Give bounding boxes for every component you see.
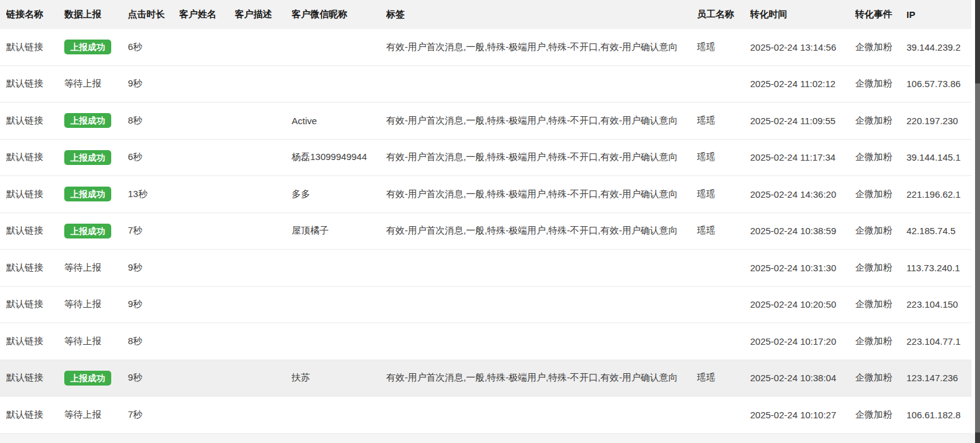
column-header-customer-name: 客户姓名 xyxy=(179,9,235,20)
scrollbar-thumb[interactable] xyxy=(975,83,980,432)
cell-report-status: 上报成功 xyxy=(64,113,128,128)
cell-tags: 有效-用户首次消息,一般,特殊-极端用户,特殊-不开口,有效-用户确认意向 xyxy=(386,151,697,163)
cell-wechat-nickname: 多多 xyxy=(292,188,386,200)
table-row[interactable]: 默认链接 等待上报 9秒 2025-02-24 10:20:50 企微加粉 22… xyxy=(0,287,971,324)
report-status-badge: 等待上报 xyxy=(64,78,101,88)
cell-link-name: 默认链接 xyxy=(6,188,64,200)
report-status-badge: 上报成功 xyxy=(64,113,111,128)
cell-employee-name: 瑶瑶 xyxy=(697,115,750,127)
cell-conversion-event: 企微加粉 xyxy=(855,409,906,421)
table-row[interactable]: 默认链接 上报成功 6秒 杨磊13099949944 有效-用户首次消息,一般,… xyxy=(0,140,971,177)
cell-report-status: 上报成功 xyxy=(64,187,128,201)
column-header-click-duration: 点击时长 xyxy=(128,9,179,20)
cell-conversion-event: 企微加粉 xyxy=(855,298,906,310)
cell-link-name: 默认链接 xyxy=(6,262,64,274)
cell-ip: 223.104.77.1 xyxy=(906,336,971,347)
table-row[interactable]: 默认链接 等待上报 9秒 2025-02-24 10:31:30 企微加粉 11… xyxy=(0,250,971,287)
cell-report-status: 等待上报 xyxy=(64,335,128,347)
cell-link-name: 默认链接 xyxy=(6,151,64,163)
cell-wechat-nickname: Active xyxy=(292,116,386,126)
cell-conversion-event: 企微加粉 xyxy=(855,41,906,53)
cell-conversion-event: 企微加粉 xyxy=(855,115,906,127)
cell-click-duration: 7秒 xyxy=(128,225,179,237)
report-status-badge: 上报成功 xyxy=(64,187,111,201)
cell-conversion-event: 企微加粉 xyxy=(855,225,906,237)
cell-ip: 220.197.230 xyxy=(906,116,971,126)
cell-conversion-event: 企微加粉 xyxy=(855,188,906,200)
cell-tags: 有效-用户首次消息,一般,特殊-极端用户,特殊-不开口,有效-用户确认意向 xyxy=(386,225,697,237)
cell-ip: 106.57.73.86 xyxy=(906,78,971,89)
table-row[interactable]: 默认链接 上报成功 9秒 扶苏 有效-用户首次消息,一般,特殊-极端用户,特殊-… xyxy=(0,360,971,397)
cell-click-duration: 9秒 xyxy=(128,298,179,310)
report-status-badge: 上报成功 xyxy=(64,371,111,386)
table-row[interactable]: 默认链接 上报成功 7秒 屋顶橘子 有效-用户首次消息,一般,特殊-极端用户,特… xyxy=(0,213,971,250)
cell-conversion-event: 企微加粉 xyxy=(855,151,906,163)
records-table: 链接名称 数据上报 点击时长 客户姓名 客户描述 客户微信昵称 标签 员工名称 … xyxy=(0,0,971,443)
cell-employee-name: 瑶瑶 xyxy=(697,225,750,237)
cell-wechat-nickname: 屋顶橘子 xyxy=(292,225,386,237)
table-row[interactable]: 默认链接 等待上报 9秒 2025-02-24 11:02:12 企微加粉 10… xyxy=(0,66,971,103)
cell-click-duration: 9秒 xyxy=(128,262,179,274)
cell-click-duration: 8秒 xyxy=(128,335,179,347)
cell-link-name: 默认链接 xyxy=(6,115,64,127)
cell-click-duration: 6秒 xyxy=(128,41,179,53)
cell-tags: 有效-用户首次消息,一般,特殊-极端用户,特殊-不开口,有效-用户确认意向 xyxy=(386,188,697,200)
table-footer-strip xyxy=(0,434,975,443)
cell-wechat-nickname: 扶苏 xyxy=(292,372,386,384)
cell-report-status: 等待上报 xyxy=(64,78,128,90)
cell-ip: 106.61.182.8 xyxy=(906,410,971,420)
table-row[interactable]: 默认链接 等待上报 8秒 2025-02-24 10:17:20 企微加粉 22… xyxy=(0,323,971,360)
cell-ip: 223.104.150 xyxy=(906,299,971,310)
cell-employee-name: 瑶瑶 xyxy=(697,372,750,384)
cell-report-status: 等待上报 xyxy=(64,298,128,310)
cell-report-status: 等待上报 xyxy=(64,409,128,421)
cell-ip: 39.144.145.1 xyxy=(906,152,971,162)
column-header-link-name: 链接名称 xyxy=(6,9,64,20)
cell-click-duration: 13秒 xyxy=(128,188,179,200)
cell-ip: 123.147.236 xyxy=(906,373,971,383)
table-row[interactable]: 默认链接 等待上报 7秒 2025-02-24 10:10:27 企微加粉 10… xyxy=(0,397,971,434)
table-body: 默认链接 上报成功 6秒 有效-用户首次消息,一般,特殊-极端用户,特殊-不开口… xyxy=(0,29,971,434)
vertical-scrollbar xyxy=(975,0,980,443)
cell-conversion-event: 企微加粉 xyxy=(855,262,906,274)
cell-click-duration: 6秒 xyxy=(128,151,179,163)
cell-tags: 有效-用户首次消息,一般,特殊-极端用户,特殊-不开口,有效-用户确认意向 xyxy=(386,41,697,53)
table-row[interactable]: 默认链接 上报成功 6秒 有效-用户首次消息,一般,特殊-极端用户,特殊-不开口… xyxy=(0,29,971,66)
cell-conversion-time: 2025-02-24 10:10:27 xyxy=(750,410,855,420)
cell-link-name: 默认链接 xyxy=(6,78,64,90)
cell-link-name: 默认链接 xyxy=(6,41,64,53)
table-header-row: 链接名称 数据上报 点击时长 客户姓名 客户描述 客户微信昵称 标签 员工名称 … xyxy=(0,0,971,29)
cell-link-name: 默认链接 xyxy=(6,372,64,384)
conversion-records-page: 链接名称 数据上报 点击时长 客户姓名 客户描述 客户微信昵称 标签 员工名称 … xyxy=(0,0,980,443)
cell-click-duration: 7秒 xyxy=(128,409,179,421)
cell-conversion-time: 2025-02-24 11:02:12 xyxy=(750,78,855,89)
table-row[interactable]: 默认链接 上报成功 13秒 多多 有效-用户首次消息,一般,特殊-极端用户,特殊… xyxy=(0,176,971,213)
column-header-ip: IP xyxy=(906,9,971,20)
column-header-employee-name: 员工名称 xyxy=(697,9,750,20)
cell-ip: 221.196.62.1 xyxy=(906,189,971,200)
cell-report-status: 上报成功 xyxy=(64,371,128,386)
report-status-badge: 等待上报 xyxy=(64,409,101,420)
table-row[interactable]: 默认链接 上报成功 8秒 Active 有效-用户首次消息,一般,特殊-极端用户… xyxy=(0,103,971,140)
cell-conversion-time: 2025-02-24 11:09:55 xyxy=(750,116,855,126)
cell-ip: 39.144.239.2 xyxy=(906,42,971,53)
cell-click-duration: 9秒 xyxy=(128,78,179,90)
cell-tags: 有效-用户首次消息,一般,特殊-极端用户,特殊-不开口,有效-用户确认意向 xyxy=(386,372,697,384)
cell-conversion-event: 企微加粉 xyxy=(855,335,906,347)
cell-wechat-nickname: 杨磊13099949944 xyxy=(292,151,386,163)
cell-click-duration: 8秒 xyxy=(128,115,179,127)
cell-employee-name: 瑶瑶 xyxy=(697,188,750,200)
cell-tags: 有效-用户首次消息,一般,特殊-极端用户,特殊-不开口,有效-用户确认意向 xyxy=(386,115,697,127)
cell-conversion-time: 2025-02-24 14:36:20 xyxy=(750,189,855,200)
cell-conversion-time: 2025-02-24 10:38:59 xyxy=(750,226,855,236)
cell-report-status: 上报成功 xyxy=(64,224,128,238)
cell-link-name: 默认链接 xyxy=(6,335,64,347)
column-header-report-status: 数据上报 xyxy=(64,9,128,20)
cell-link-name: 默认链接 xyxy=(6,298,64,310)
cell-employee-name: 瑶瑶 xyxy=(697,151,750,163)
cell-link-name: 默认链接 xyxy=(6,409,64,421)
report-status-badge: 上报成功 xyxy=(64,40,111,54)
report-status-badge: 等待上报 xyxy=(64,262,101,272)
report-status-badge: 等待上报 xyxy=(64,298,101,309)
report-status-badge: 上报成功 xyxy=(64,150,111,165)
